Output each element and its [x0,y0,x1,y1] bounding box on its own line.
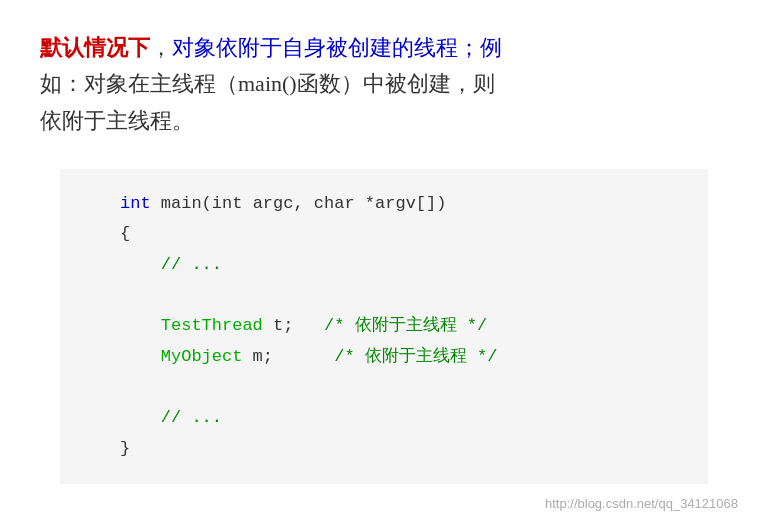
code-line-8: // ... [120,403,678,434]
code-comment-3: /* 依附于主线程 */ [273,347,497,366]
code-line-6: MyObject m; /* 依附于主线程 */ [120,342,678,373]
code-open-brace: { [120,224,130,243]
code-var-t: t; [263,316,294,335]
line2-text: 如：对象在主线程（main()函数）中被创建，则 [40,71,495,96]
separator: ， [150,35,172,60]
code-line-blank2 [120,372,678,403]
code-comment-2: /* 依附于主线程 */ [293,316,487,335]
code-var-m: m; [242,347,273,366]
code-line-9: } [120,434,678,465]
page-container: 默认情况下，对象依附于自身被创建的线程；例 如：对象在主线程（main()函数）… [0,0,768,525]
code-type-testthread: TestThread [120,316,263,335]
code-line-3: // ... [120,250,678,281]
code-line-2: { [120,219,678,250]
code-comment-4: // ... [120,408,222,427]
code-line-5: TestThread t; /* 依附于主线程 */ [120,311,678,342]
url-label: http://blog.csdn.net/qq_34121068 [545,496,738,511]
code-type-myobject: MyObject [120,347,242,366]
keyword-int: int [120,194,151,213]
code-comment-1: // ... [120,255,222,274]
code-close-brace: } [120,439,130,458]
line3-text: 依附于主线程。 [40,108,194,133]
description-paragraph: 默认情况下，对象依附于自身被创建的线程；例 如：对象在主线程（main()函数）… [40,30,728,139]
code-line-blank1 [120,281,678,312]
red-text: 默认情况下 [40,35,150,60]
code-main-signature: main(int argc, char *argv[]) [151,194,447,213]
code-block: int main(int argc, char *argv[]) { // ..… [60,169,708,484]
blue-text: 对象依附于自身被创建的线程；例 [172,35,502,60]
code-line-1: int main(int argc, char *argv[]) [120,189,678,220]
